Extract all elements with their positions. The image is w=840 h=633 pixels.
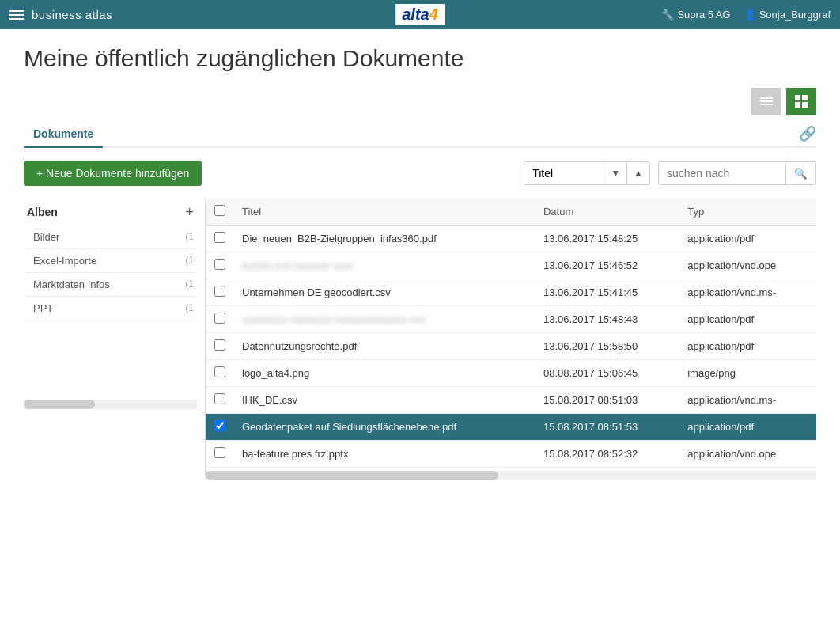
tab-dokumente[interactable]: Dokumente <box>24 121 103 148</box>
search-button[interactable]: 🔍 <box>785 163 815 184</box>
tabs: Dokumente 🔗 <box>24 121 816 148</box>
sort-select[interactable]: Titel <box>524 162 604 184</box>
albums-scrollbar[interactable] <box>24 400 197 409</box>
table-container: Titel Datum Typ Die_neuen_B2B-Zielgruppe… <box>206 199 816 480</box>
row-checkbox-cell[interactable] <box>206 333 234 360</box>
album-count-excel: (1 <box>185 255 194 267</box>
select-all-checkbox[interactable] <box>214 205 225 216</box>
row-title: Datennutzungsrechte.pdf <box>234 333 535 360</box>
row-type: application/vnd.ope <box>679 441 816 468</box>
page: Meine öffentlich zugänglichen Dokumente … <box>0 29 840 633</box>
row-type: application/vnd.ope <box>679 252 816 279</box>
col-typ: Typ <box>679 199 816 226</box>
row-type: image/png <box>679 360 816 387</box>
nav-user-text: Sonja_Burggraf <box>759 9 831 21</box>
row-checkbox[interactable] <box>214 259 225 270</box>
row-date: 13.06.2017 15:48:43 <box>535 306 679 333</box>
row-type: application/pdf <box>679 414 816 441</box>
row-checkbox[interactable] <box>214 447 225 458</box>
table-row[interactable]: Datennutzungsrechte.pdf 13.06.2017 15:58… <box>206 333 816 360</box>
row-type: application/pdf <box>679 333 816 360</box>
row-title-blurred: xxxxxx xxx xxxxxxx xxxx <box>234 252 535 279</box>
search-input[interactable] <box>659 162 785 184</box>
row-checkbox[interactable] <box>214 339 225 351</box>
brand-text: business atlas <box>32 8 112 21</box>
row-title-blurred: xxxxxxxxx xxxxxxxx xxxxxxxxxxxxxx xxx <box>234 306 535 333</box>
menu-icon[interactable] <box>9 10 24 20</box>
row-date: 13.06.2017 15:58:50 <box>535 333 679 360</box>
brand-name: business atlas <box>32 8 112 21</box>
list-view-icon <box>760 95 773 108</box>
row-checkbox[interactable] <box>214 366 225 377</box>
table-scrollbar[interactable] <box>206 471 816 480</box>
logo-accent: 4 <box>429 6 438 23</box>
row-checkbox-cell[interactable] <box>206 387 234 414</box>
table-row[interactable]: xxxxxxxxx xxxxxxxx xxxxxxxxxxxxxx xxx 13… <box>206 306 816 333</box>
album-name-ppt: PPT <box>33 302 53 314</box>
col-titel: Titel <box>234 199 535 226</box>
album-name-excel: Excel-Importe <box>33 255 96 267</box>
table-row[interactable]: Unternehmen DE geocodiert.csv 13.06.2017… <box>206 279 816 306</box>
album-item-excel[interactable]: Excel-Importe (1 <box>24 249 197 273</box>
table-header: Titel Datum Typ <box>206 199 816 226</box>
search-wrapper: 🔍 <box>658 161 816 185</box>
row-checkbox[interactable] <box>214 313 225 324</box>
page-title: Meine öffentlich zugänglichen Dokumente <box>24 45 816 72</box>
row-date: 15.08.2017 08:51:03 <box>535 387 679 414</box>
row-checkbox[interactable] <box>214 420 225 431</box>
row-checkbox-cell[interactable] <box>206 279 234 306</box>
row-checkbox[interactable] <box>214 393 225 404</box>
row-checkbox-cell[interactable] <box>206 252 234 279</box>
nav-supra[interactable]: 🔧 Supra 5 AG <box>661 9 730 21</box>
link-icon[interactable]: 🔗 <box>799 125 816 142</box>
grid-view-icon <box>795 95 808 108</box>
header-logo: alta4 <box>395 4 445 25</box>
table-row[interactable]: ba-feature pres frz.pptx 15.08.2017 08:5… <box>206 441 816 468</box>
album-item-bilder[interactable]: Bilder (1 <box>24 226 197 249</box>
albums-scroll-thumb[interactable] <box>24 400 95 409</box>
albums-title: Alben <box>27 206 58 218</box>
row-date: 15.08.2017 08:52:32 <box>535 441 679 468</box>
albums-add-button[interactable]: + <box>185 205 194 219</box>
row-type: application/vnd.ms- <box>679 279 816 306</box>
row-date: 08.08.2017 15:06:45 <box>535 360 679 387</box>
row-checkbox-cell[interactable] <box>206 360 234 387</box>
row-checkbox[interactable] <box>214 286 225 297</box>
sort-direction-button[interactable]: ▲ <box>626 163 649 184</box>
table-row-selected[interactable]: Geodatenpaket auf Siedlungsflächenebene.… <box>206 414 816 441</box>
album-count-ppt: (1 <box>185 302 194 314</box>
row-checkbox-cell[interactable] <box>206 226 234 252</box>
row-title: Geodatenpaket auf Siedlungsflächenebene.… <box>234 414 535 441</box>
row-type: application/pdf <box>679 226 816 252</box>
sort-wrapper: Titel ▼ ▲ <box>524 161 650 185</box>
row-checkbox[interactable] <box>214 232 225 243</box>
col-datum: Datum <box>535 199 679 226</box>
album-item-marktdaten[interactable]: Marktdaten Infos (1 <box>24 273 197 297</box>
table-wrapper: Titel Datum Typ Die_neuen_B2B-Zielgruppe… <box>206 199 816 480</box>
grid-view-button[interactable] <box>786 88 816 115</box>
row-date: 15.08.2017 08:51:53 <box>535 414 679 441</box>
albums-panel: Alben + Bilder (1 Excel-Importe (1 Markt… <box>24 199 206 480</box>
nav-user[interactable]: 👤 Sonja_Burggraf <box>744 9 831 21</box>
col-checkbox <box>206 199 234 226</box>
row-title: ba-feature pres frz.pptx <box>234 441 535 468</box>
row-title: Unternehmen DE geocodiert.csv <box>234 279 535 306</box>
header-right: 🔧 Supra 5 AG 👤 Sonja_Burggraf <box>661 9 831 21</box>
table-row[interactable]: xxxxxx xxx xxxxxxx xxxx 13.06.2017 15:46… <box>206 252 816 279</box>
row-date: 13.06.2017 15:48:25 <box>535 226 679 252</box>
table-row[interactable]: Die_neuen_B2B-Zielgruppen_infas360.pdf 1… <box>206 226 816 252</box>
row-checkbox-cell[interactable] <box>206 441 234 468</box>
album-count-bilder: (1 <box>185 231 194 243</box>
sort-dropdown-button[interactable]: ▼ <box>604 163 626 184</box>
list-view-button[interactable] <box>751 88 781 115</box>
row-checkbox-cell[interactable] <box>206 414 234 441</box>
table-row[interactable]: logo_alta4.png 08.08.2017 15:06:45 image… <box>206 360 816 387</box>
album-item-ppt[interactable]: PPT (1 <box>24 297 197 320</box>
logo-box: alta4 <box>395 4 445 25</box>
table-scroll-thumb[interactable] <box>206 471 498 480</box>
logo-main: alta <box>402 6 429 23</box>
action-row: + Neue Dokumente hinzufügen Titel ▼ ▲ 🔍 <box>24 161 816 186</box>
row-checkbox-cell[interactable] <box>206 306 234 333</box>
table-row[interactable]: IHK_DE.csv 15.08.2017 08:51:03 applicati… <box>206 387 816 414</box>
add-documents-button[interactable]: + Neue Dokumente hinzufügen <box>24 161 202 186</box>
